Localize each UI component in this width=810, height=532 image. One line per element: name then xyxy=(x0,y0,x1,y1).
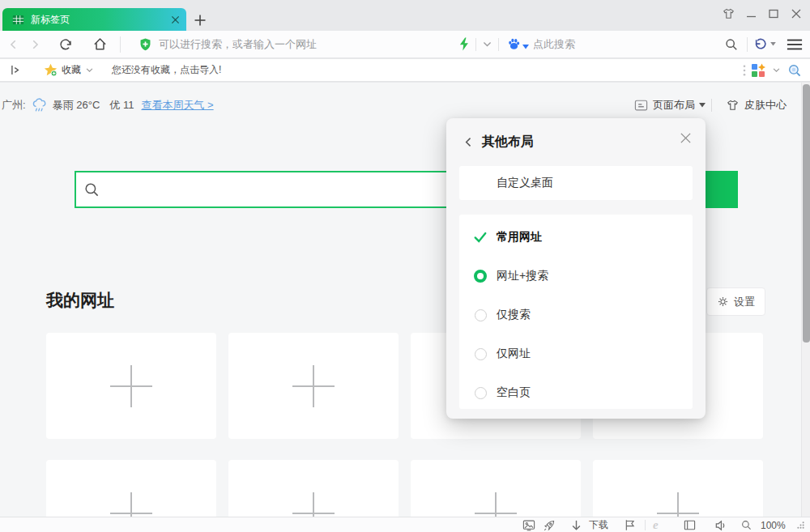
resize-grip-icon[interactable] xyxy=(797,517,804,532)
apps-chevron-down-icon[interactable] xyxy=(772,66,781,74)
site-safety-shield-icon[interactable] xyxy=(139,37,152,52)
weather-widget: 广州: 暴雨 26°C 优 11 查看本周天气 > xyxy=(2,96,214,115)
flag-report-icon[interactable] xyxy=(624,517,636,532)
tab-title: 新标签页 xyxy=(31,13,171,27)
toolbar-separator xyxy=(747,37,748,52)
add-site-card[interactable] xyxy=(46,460,216,517)
layout-icon xyxy=(634,100,648,112)
find-search-icon[interactable] xyxy=(721,34,742,55)
add-site-card[interactable] xyxy=(593,460,763,517)
window-controls xyxy=(721,6,804,21)
refresh-icon[interactable] xyxy=(55,34,76,55)
check-icon xyxy=(473,230,488,245)
scrollbar-thumb[interactable] xyxy=(803,84,810,343)
skin-shirt-icon xyxy=(726,99,740,112)
reader-mode-icon[interactable] xyxy=(684,517,696,532)
skin-shirt-icon[interactable] xyxy=(721,6,735,21)
layout-caret-icon xyxy=(699,103,706,108)
layout-option-label: 空白页 xyxy=(497,385,531,400)
close-window-icon[interactable] xyxy=(789,6,804,21)
favorites-empty-hint[interactable]: 您还没有收藏，点击导入! xyxy=(112,63,221,77)
custom-desktop-label: 自定义桌面 xyxy=(497,176,553,190)
weather-air-quality: 优 11 xyxy=(109,98,134,113)
toolbar-separator xyxy=(498,38,499,51)
download-arrow-icon[interactable] xyxy=(571,517,582,532)
gear-icon xyxy=(717,296,729,308)
layout-option-label: 仅网址 xyxy=(497,347,531,361)
download-label[interactable]: 下载 xyxy=(589,517,608,532)
minimize-icon[interactable] xyxy=(744,6,758,21)
ie-mode-icon[interactable]: e xyxy=(653,517,659,532)
radio-icon xyxy=(473,308,488,322)
page-scrollbar[interactable] xyxy=(801,83,810,517)
weather-forecast-link[interactable]: 查看本周天气 > xyxy=(141,98,213,113)
popup-close-icon[interactable] xyxy=(676,129,694,147)
other-layouts-popup: 其他布局 自定义桌面 常用网址 网址+搜索 xyxy=(446,118,706,419)
settings-button[interactable]: 设置 xyxy=(706,287,765,316)
layout-option-blank-page[interactable]: 空白页 xyxy=(459,373,693,412)
zoom-search-icon[interactable] xyxy=(741,517,752,532)
page-layout-button[interactable]: 页面布局 xyxy=(634,96,706,115)
toolbar-separator xyxy=(475,38,476,51)
popup-title: 其他布局 xyxy=(482,134,534,151)
custom-desktop-option[interactable]: 自定义桌面 xyxy=(459,166,693,200)
wallpaper-image-icon[interactable] xyxy=(522,517,535,532)
search-icon xyxy=(84,182,100,198)
layout-option-common-sites[interactable]: 常用网址 xyxy=(459,218,693,257)
skin-center-label: 皮肤中心 xyxy=(744,98,787,113)
forward-icon[interactable] xyxy=(24,34,45,55)
back-chevron-icon[interactable] xyxy=(459,133,477,151)
add-site-card[interactable] xyxy=(228,460,399,517)
toolbar-separator xyxy=(120,36,121,53)
add-site-card[interactable] xyxy=(46,333,216,439)
plus-icon xyxy=(472,490,519,517)
speaker-icon[interactable] xyxy=(714,517,727,532)
tab-new-tab-page[interactable]: 新标签页 xyxy=(2,8,186,31)
boost-rocket-icon[interactable] xyxy=(543,517,556,532)
tab-strip: 新标签页 xyxy=(0,0,810,31)
zoom-level[interactable]: 100% xyxy=(761,517,786,532)
layout-options-list: 常用网址 网址+搜索 仅搜索 仅网址 空白页 xyxy=(459,215,693,409)
maximize-icon[interactable] xyxy=(766,6,781,21)
speed-bolt-icon[interactable] xyxy=(458,37,470,51)
tab-close-icon[interactable] xyxy=(171,15,180,24)
more-dots-icon[interactable] xyxy=(743,65,746,76)
popup-header: 其他布局 xyxy=(446,118,706,165)
baidu-paw-icon xyxy=(507,37,521,51)
bookmarks-bar: 收藏 您还没有收藏，点击导入! xyxy=(0,59,810,82)
weather-condition-temp: 暴雨 26°C xyxy=(53,98,100,113)
favorites-label: 收藏 xyxy=(62,63,81,77)
new-tab-plus-icon[interactable] xyxy=(191,11,209,29)
url-input[interactable]: 可以进行搜索，或者输入一个网址 xyxy=(159,37,458,52)
add-site-card[interactable] xyxy=(411,460,581,517)
search-engine-caret-icon xyxy=(522,45,529,49)
plus-icon xyxy=(290,363,337,410)
quick-search-label: 点此搜索 xyxy=(533,37,575,52)
undo-closed-tab-button[interactable] xyxy=(752,37,776,52)
tab-favicon-grid-icon xyxy=(12,14,24,26)
layout-option-sites-plus-search[interactable]: 网址+搜索 xyxy=(459,257,693,296)
screenshot-magnifier-icon[interactable] xyxy=(787,63,802,78)
home-icon[interactable] xyxy=(89,34,110,55)
favorites-button[interactable]: 收藏 xyxy=(44,63,94,77)
apps-grid-icon[interactable] xyxy=(751,63,765,78)
baidu-quick-search[interactable]: 点此搜索 xyxy=(507,37,575,52)
rain-cloud-icon xyxy=(31,97,48,113)
layout-option-sites-only[interactable]: 仅网址 xyxy=(459,334,693,373)
layout-option-search-only[interactable]: 仅搜索 xyxy=(459,296,693,334)
radio-icon xyxy=(473,347,488,361)
favorites-chevron-down-icon xyxy=(85,66,94,74)
menu-hamburger-icon[interactable] xyxy=(784,34,805,55)
plus-icon xyxy=(108,363,155,410)
extensions-chevron-down-icon[interactable] xyxy=(482,39,492,49)
skin-center-button[interactable]: 皮肤中心 xyxy=(726,96,787,115)
plus-icon xyxy=(290,490,337,517)
sidebar-toggle-icon[interactable] xyxy=(5,60,26,81)
my-sites-title: 我的网址 xyxy=(46,289,114,312)
add-site-card[interactable] xyxy=(228,333,399,439)
settings-label: 设置 xyxy=(734,295,755,309)
back-icon[interactable] xyxy=(3,34,24,55)
browser-window: 新标签页 xyxy=(0,0,810,532)
undo-caret-icon xyxy=(770,42,776,46)
weather-city-label: 广州: xyxy=(2,98,26,113)
